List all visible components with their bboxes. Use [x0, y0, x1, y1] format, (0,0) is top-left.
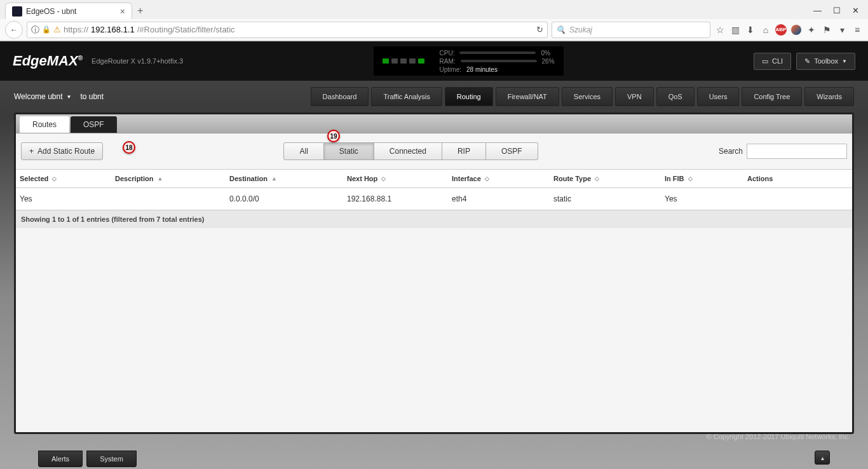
tab-firewall-nat[interactable]: Firewall/NAT	[496, 87, 559, 106]
model-label: EdgeRouter X v1.9.7+hotfix.3	[92, 57, 183, 65]
menu-icon[interactable]: ≡	[851, 24, 863, 36]
url-host: 192.168.1.1	[91, 25, 135, 34]
extension-icon[interactable]	[790, 24, 802, 36]
close-icon[interactable]: ✕	[852, 6, 859, 15]
ram-label: RAM:	[440, 58, 456, 65]
warning-icon: ⚠	[53, 25, 61, 34]
th-destination[interactable]: Destination▲	[226, 170, 343, 187]
app-header: EdgeMAX® EdgeRouter X v1.9.7+hotfix.3 CP…	[0, 41, 868, 81]
th-selected[interactable]: Selected◇	[16, 170, 111, 187]
bottom-tab-alerts[interactable]: Alerts	[38, 451, 83, 467]
cell-selected: Yes	[20, 194, 115, 203]
callout-18: 18	[123, 141, 135, 154]
tab-dashboard[interactable]: Dashboard	[311, 87, 369, 106]
inner-tab-routes[interactable]: Routes	[20, 116, 69, 133]
address-row: ← ⓘ 🔒 ⚠ https://192.168.1.1/#Routing/Sta…	[0, 19, 868, 41]
download-icon[interactable]: ⬇	[745, 24, 756, 36]
tab-users[interactable]: Users	[697, 87, 740, 106]
th-next-hop[interactable]: Next Hop◇	[343, 170, 448, 187]
tab-config-tree[interactable]: Config Tree	[742, 87, 802, 106]
sort-icon: ◇	[485, 176, 489, 181]
browser-search[interactable]: 🔍 Szukaj	[552, 22, 710, 38]
tab-title: EdgeOS - ubnt	[26, 7, 76, 16]
ram-value: 26%	[542, 58, 555, 65]
stats-panel: CPU:0% RAM:26% Uptime:28 minutes	[374, 46, 564, 76]
port-led-2	[400, 58, 407, 64]
minimize-icon[interactable]: —	[813, 6, 822, 15]
sort-icon: ◇	[52, 176, 57, 181]
sort-icon: ▲	[158, 176, 163, 181]
logo: EdgeMAX®	[13, 53, 83, 69]
bookmark-icon[interactable]: ☆	[714, 24, 726, 36]
tab-traffic-analysis[interactable]: Traffic Analysis	[371, 87, 442, 106]
filter-all[interactable]: All	[283, 142, 323, 160]
search-placeholder: Szukaj	[569, 25, 592, 34]
reload-icon[interactable]: ↻	[536, 25, 543, 34]
port-led-4	[418, 58, 424, 64]
tab-routing[interactable]: Routing	[445, 87, 493, 106]
home-icon[interactable]: ⌂	[760, 24, 771, 36]
library-icon[interactable]: ▥	[729, 24, 741, 36]
search-icon: 🔍	[556, 25, 566, 34]
tab-vpn[interactable]: VPN	[615, 87, 654, 106]
browser-tab-row: EdgeOS - ubnt × + — ☐ ✕	[0, 0, 868, 19]
app-root: EdgeMAX® EdgeRouter X v1.9.7+hotfix.3 CP…	[0, 41, 868, 469]
th-actions: Actions	[743, 170, 852, 187]
inner-tabbar: Routes OSPF	[16, 114, 852, 133]
add-static-route-button[interactable]: +Add Static Route	[21, 142, 103, 160]
tab-wizards[interactable]: Wizards	[804, 87, 854, 106]
new-tab-button[interactable]: +	[132, 3, 148, 19]
back-button[interactable]: ←	[5, 21, 23, 39]
footer-copyright: © Copyright 2012-2017 Ubiquiti Networks,…	[14, 430, 854, 443]
tab-favicon-icon	[12, 6, 22, 17]
table-info: Showing 1 to 1 of 1 entries (filtered fr…	[16, 210, 852, 228]
sub-bar: Welcome ubnt▼ to ubnt Dashboard Traffic …	[0, 81, 868, 112]
search-input[interactable]	[747, 144, 847, 159]
callout-19: 19	[327, 130, 340, 142]
to-label: to ubnt	[80, 92, 104, 101]
address-bar[interactable]: ⓘ 🔒 ⚠ https://192.168.1.1/#Routing/Stati…	[27, 22, 548, 38]
sort-icon: ◇	[381, 176, 386, 181]
bottom-tab-system[interactable]: System	[86, 451, 137, 467]
table-search: Search	[719, 144, 847, 159]
th-in-fib[interactable]: In FIB◇	[661, 170, 743, 187]
url-proto: https://	[64, 25, 88, 34]
main-tabs: Dashboard Traffic Analysis Routing Firew…	[311, 87, 854, 106]
overflow-icon[interactable]: ▾	[836, 24, 848, 36]
routes-table: Selected◇ Description▲ Destination▲ Next…	[16, 169, 852, 228]
filter-rip[interactable]: RIP	[442, 142, 486, 160]
sort-icon: ◇	[688, 176, 693, 181]
tab-qos[interactable]: QoS	[656, 87, 695, 106]
filter-static[interactable]: Static	[324, 142, 374, 160]
url-path: /#Routing/Static/filter/static	[137, 25, 235, 34]
th-description[interactable]: Description▲	[111, 170, 226, 187]
welcome-menu[interactable]: Welcome ubnt▼	[14, 92, 71, 101]
addon2-icon[interactable]: ⚑	[821, 24, 832, 36]
filter-ospf[interactable]: OSPF	[486, 142, 538, 160]
info-icon[interactable]: ⓘ	[31, 24, 39, 36]
cell-route-type: static	[553, 194, 665, 203]
cli-button[interactable]: ▭CLI	[754, 53, 791, 70]
cell-destination: 0.0.0.0/0	[229, 194, 347, 203]
window-controls: — ☐ ✕	[804, 6, 868, 19]
collapse-button[interactable]: ▴	[815, 451, 830, 465]
addon1-icon[interactable]: ✦	[806, 24, 817, 36]
maximize-icon[interactable]: ☐	[833, 6, 841, 15]
table-row: Yes 0.0.0.0/0 192.168.88.1 eth4 static Y…	[16, 188, 852, 210]
plus-icon: +	[29, 147, 34, 156]
toolbox-button[interactable]: ✎Toolbox▼	[796, 53, 855, 70]
filter-connected[interactable]: Connected	[374, 142, 442, 160]
th-route-type[interactable]: Route Type◇	[550, 170, 661, 187]
bottom-tabs: Alerts System ▴	[0, 451, 868, 469]
adblock-icon[interactable]: ABP	[775, 24, 787, 36]
th-interface[interactable]: Interface◇	[448, 170, 550, 187]
inner-tab-ospf[interactable]: OSPF	[71, 116, 117, 133]
chevron-down-icon: ▼	[66, 94, 71, 100]
content-panel: Routes OSPF +Add Static Route 18 All Sta…	[14, 112, 854, 434]
tab-services[interactable]: Services	[562, 87, 613, 106]
cpu-label: CPU:	[440, 50, 455, 57]
cell-actions	[747, 194, 848, 203]
chevron-up-icon: ▴	[821, 454, 824, 461]
tab-close-icon[interactable]: ×	[120, 6, 125, 17]
browser-tab[interactable]: EdgeOS - ubnt ×	[5, 3, 132, 19]
